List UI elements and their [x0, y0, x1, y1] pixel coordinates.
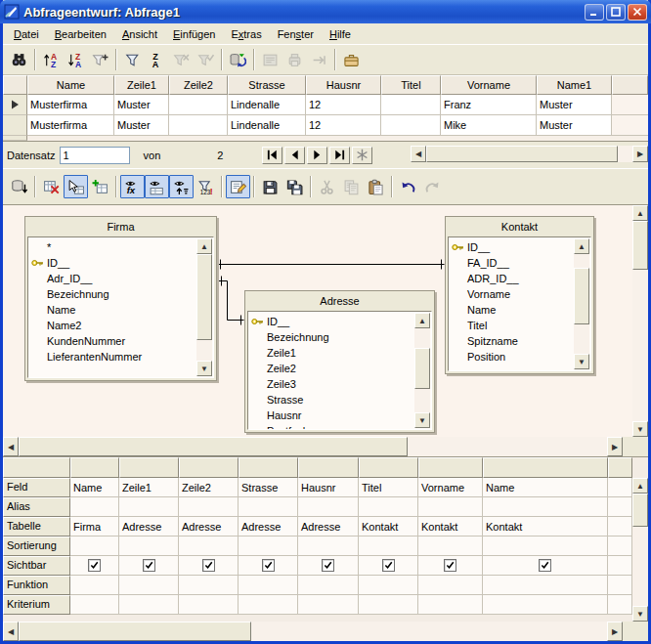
scroll-left-icon[interactable]: ◀ [3, 437, 19, 456]
table-list-scrollbar[interactable]: ▲▼ [574, 238, 589, 369]
scroll-down-icon[interactable]: ▼ [196, 361, 212, 376]
grid-cell-tabelle[interactable]: Adresse [119, 517, 179, 537]
limit-rows-button[interactable]: 123! [194, 175, 218, 198]
sichtbar-checkbox[interactable] [88, 559, 101, 572]
grid-cell-funktion[interactable] [239, 576, 298, 595]
grid-cell-kriterium[interactable] [359, 595, 418, 615]
grid-cell-funktion[interactable] [70, 576, 119, 595]
scroll-up-icon[interactable]: ▲ [414, 313, 430, 328]
grid-cell-alias[interactable] [418, 497, 483, 517]
scrollbar-thumb[interactable] [19, 437, 408, 456]
show-table-names-button[interactable] [145, 175, 169, 198]
grid-vscrollbar[interactable]: ▲▼ [632, 478, 648, 622]
last-record-button[interactable] [329, 147, 350, 164]
menu-item-datei[interactable]: Datei [6, 25, 47, 43]
datasheet-cell[interactable]: Musterfirma [27, 95, 114, 115]
distinct-values-button[interactable] [169, 175, 194, 198]
datasheet-cell[interactable]: Muster [114, 115, 169, 136]
grid-cell-feld[interactable]: Titel [359, 478, 418, 497]
grid-cell-alias[interactable] [179, 497, 239, 517]
grid-cell-tabelle[interactable]: Adresse [179, 517, 239, 537]
datasheet-column-header[interactable]: Name1 [537, 75, 612, 95]
datasheet-column-header[interactable]: Zeile2 [169, 75, 228, 95]
undo-button[interactable] [396, 175, 420, 198]
grid-cell-funktion[interactable] [483, 576, 608, 595]
record-number-input[interactable] [60, 147, 130, 164]
datasheet-selector-header[interactable] [3, 75, 27, 95]
datasheet-cell[interactable]: Musterfirma [27, 115, 114, 136]
datasheet-cell[interactable]: Muster [537, 115, 612, 136]
table-field-zeile3[interactable]: Zeile3 [251, 376, 413, 392]
show-functions-button[interactable]: fx [120, 175, 145, 198]
grid-column-header[interactable] [298, 457, 359, 478]
grid-cell-funktion[interactable] [298, 576, 359, 595]
sichtbar-checkbox[interactable] [444, 559, 456, 572]
menu-item-ansicht[interactable]: Ansicht [114, 25, 165, 43]
grid-column-header[interactable] [418, 457, 483, 478]
minimize-button[interactable] [585, 4, 604, 21]
row-selector[interactable] [3, 115, 27, 136]
grid-column-header[interactable] [483, 457, 608, 478]
title-bar[interactable]: Abfrageentwurf: Abfrage1 [0, 0, 651, 23]
next-record-button[interactable] [307, 147, 327, 164]
grid-cell-alias[interactable] [119, 497, 179, 517]
table-field-[interactable]: * [31, 239, 195, 255]
grid-cell-kriterium[interactable] [483, 595, 608, 615]
save-button[interactable] [258, 175, 282, 198]
scrollbar-track[interactable] [19, 437, 607, 456]
datasheet-cell[interactable]: Muster [114, 95, 169, 115]
scrollbar-thumb[interactable] [196, 254, 212, 340]
grid-cell-kriterium[interactable] [179, 595, 239, 615]
grid-cell-tabelle[interactable]: Adresse [239, 517, 298, 537]
table-field-strasse[interactable]: Strasse [251, 392, 413, 408]
grid-cell-alias[interactable] [359, 497, 418, 517]
grid-cell-kriterium[interactable] [119, 595, 179, 615]
scroll-down-icon[interactable]: ▼ [632, 421, 648, 437]
datasheet-column-header[interactable]: Zeile1 [114, 75, 169, 95]
filter-button[interactable] [120, 48, 145, 71]
design-vscrollbar[interactable]: ▲ ▼ [632, 205, 648, 437]
grid-cell-kriterium[interactable] [418, 595, 483, 615]
grid-cell-sichtbar[interactable] [418, 556, 483, 576]
grid-column-header[interactable] [179, 457, 239, 478]
table-field-zeile1[interactable]: Zeile1 [251, 345, 413, 361]
grid-cell-kriterium[interactable] [239, 595, 298, 615]
menu-item-einfgen[interactable]: Einfügen [165, 25, 223, 43]
table-field-lieferantennummer[interactable]: LieferantenNummer [31, 349, 195, 365]
table-list-scrollbar[interactable]: ▲▼ [414, 313, 430, 428]
grid-cell-sortierung[interactable] [483, 537, 608, 556]
grid-cell-kriterium[interactable] [298, 595, 359, 615]
datasheet-cell[interactable]: Franz [441, 95, 537, 115]
grid-cell-tabelle[interactable]: Adresse [298, 517, 359, 537]
menu-item-bearbeiten[interactable]: Bearbeiten [47, 25, 114, 43]
sichtbar-checkbox[interactable] [262, 559, 275, 572]
grid-cell-sichtbar[interactable] [119, 556, 179, 576]
table-box-title[interactable]: Kontakt [446, 217, 593, 236]
grid-cell-alias[interactable] [298, 497, 359, 517]
grid-column-header[interactable] [608, 457, 632, 478]
table-field-name[interactable]: Name [31, 302, 195, 318]
table-field-vorname[interactable]: Vorname [452, 286, 573, 302]
datasheet-cell[interactable]: 12 [306, 115, 381, 136]
table-field-name2[interactable]: Name2 [31, 318, 195, 333]
scroll-left-icon[interactable]: ◀ [411, 146, 426, 162]
grid-cell-feld[interactable]: Strasse [239, 478, 298, 497]
scrollbar-thumb[interactable] [19, 622, 251, 641]
table-field-zeile2[interactable]: Zeile2 [251, 361, 413, 376]
grid-cell-funktion[interactable] [179, 576, 239, 595]
table-field-position[interactable]: Position [452, 349, 573, 365]
grid-cell-funktion[interactable] [418, 576, 483, 595]
grid-cell-sortierung[interactable] [119, 537, 179, 556]
grid-cell-sortierung[interactable] [418, 537, 483, 556]
menu-item-extras[interactable]: Extras [223, 25, 269, 43]
grid-cell-sichtbar[interactable] [70, 556, 119, 576]
sql-view-button[interactable] [226, 175, 250, 198]
grid-cell-feld[interactable]: Name [70, 478, 119, 497]
grid-cell-sortierung[interactable] [70, 537, 119, 556]
table-box-firma[interactable]: Firma*ID__Adr_ID__BezeichnungNameName2Ku… [24, 216, 217, 381]
table-field-id[interactable]: ID__ [452, 239, 573, 255]
paste-button[interactable] [364, 175, 388, 198]
table-box-title[interactable]: Firma [25, 217, 216, 236]
grid-cell-feld[interactable]: Zeile2 [179, 478, 239, 497]
datasheet-column-header[interactable]: Vorname [441, 75, 537, 95]
